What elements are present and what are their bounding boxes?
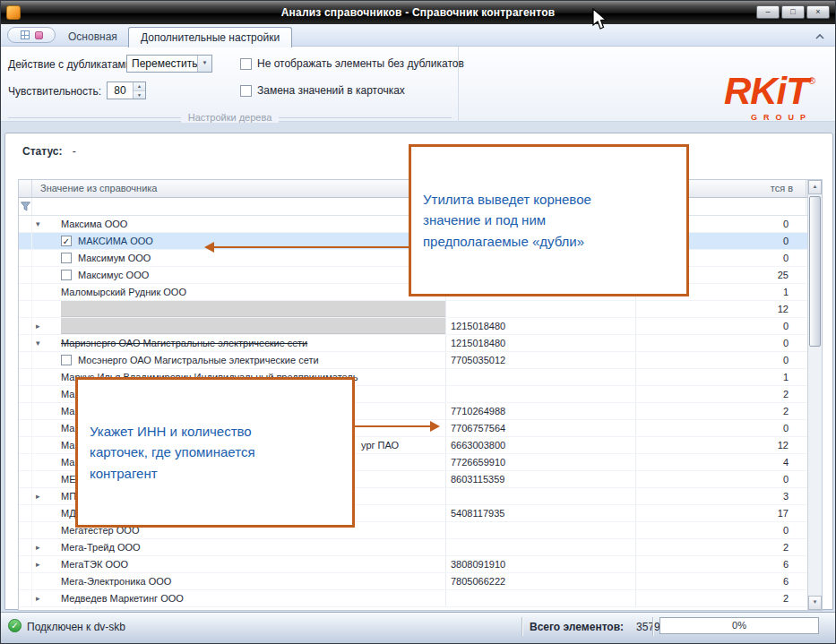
minimize-button[interactable]: – xyxy=(756,5,780,19)
row-indicator xyxy=(19,301,32,317)
row-name: Максимум ООО xyxy=(78,250,151,266)
status-bar: ✓ Подключен к dv-skb Всего элементов: 35… xyxy=(1,612,835,644)
table-row[interactable]: ▸Медведев Маркетинг ООО2 xyxy=(19,590,808,607)
filter-value-cell[interactable] xyxy=(32,198,446,215)
row-count: 0 xyxy=(636,522,795,538)
expander-collapsed-icon[interactable]: ▸ xyxy=(36,318,40,334)
filter-indicator-cell xyxy=(19,198,32,215)
row-inn: 6663003800 xyxy=(446,437,636,453)
row-count: 6 xyxy=(636,556,795,572)
tree-settings-group: Действие с дубликатами: Переместить ▼ Чу… xyxy=(1,47,459,122)
scroll-down-icon[interactable]: ▼ xyxy=(808,596,822,610)
row-count: 0 xyxy=(636,352,795,368)
row-name: Ма xyxy=(61,437,74,453)
quick-access-toolbar[interactable] xyxy=(7,27,56,43)
sensitivity-stepper[interactable]: 80 ▲ ▼ xyxy=(107,82,146,99)
row-inn: 3808091910 xyxy=(446,556,636,572)
row-name: МП xyxy=(61,488,76,504)
callout-arrow-line xyxy=(214,246,409,248)
expander-collapsed-icon[interactable]: ▸ xyxy=(36,488,40,504)
expander-collapsed-icon[interactable]: ▸ xyxy=(36,539,40,555)
scrollbar-thumb[interactable] xyxy=(809,196,821,347)
table-row[interactable]: ▸МегаТЭК ООО38080919106 xyxy=(19,556,808,573)
row-count: 1 xyxy=(636,369,795,385)
table-row[interactable]: Мосэнерго ОАО Магистральные электрически… xyxy=(19,352,808,369)
scroll-up-icon[interactable]: ▲ xyxy=(808,180,822,194)
row-name-cell[interactable]: Максимус ООО xyxy=(32,267,446,283)
checkbox-box[interactable] xyxy=(240,85,252,97)
expander-collapsed-icon[interactable]: ▸ xyxy=(36,590,40,606)
row-inn xyxy=(446,590,636,606)
collapse-ribbon-icon[interactable] xyxy=(813,30,827,42)
status-label: Статус: xyxy=(22,145,62,158)
row-count: 2 xyxy=(636,590,795,606)
stepper-buttons: ▲ ▼ xyxy=(133,82,145,99)
expander-expanded-icon[interactable]: ▾ xyxy=(36,216,40,232)
dropdown-arrow-icon[interactable]: ▼ xyxy=(197,56,211,72)
callout-inn-count: Укажет ИНН и количество карточек, где уп… xyxy=(75,377,355,528)
close-button[interactable]: × xyxy=(806,5,830,19)
arrow-right-icon xyxy=(430,421,440,432)
status-value: - xyxy=(73,145,76,158)
row-name: МегаТЭК ООО xyxy=(61,556,128,572)
row-name-cell[interactable]: ▸МегаТЭК ООО xyxy=(32,556,446,572)
row-count: 2 xyxy=(636,539,795,555)
sensitivity-value: 80 xyxy=(108,82,133,99)
tab-additional-settings[interactable]: Дополнительные настройки xyxy=(128,27,292,47)
gray-highlight xyxy=(61,301,445,317)
row-name-cell[interactable]: Мосэнерго ОАО Магистральные электрически… xyxy=(32,352,446,368)
gray-highlight xyxy=(61,318,445,334)
expander-collapsed-icon[interactable]: ▸ xyxy=(36,556,40,572)
row-name: Ма xyxy=(61,386,74,402)
row-count: 0 xyxy=(636,318,795,334)
row-indicator xyxy=(19,590,32,606)
row-checkbox[interactable] xyxy=(61,253,72,263)
duplicates-action-dropdown[interactable]: Переместить ▼ xyxy=(126,55,212,73)
row-indicator xyxy=(19,250,32,266)
row-name-cell[interactable]: Маломырский Рудник ООО xyxy=(32,284,446,300)
expander-expanded-icon[interactable]: ▾ xyxy=(36,335,40,351)
row-name-cell[interactable]: Мега-Электроника ООО xyxy=(32,573,446,589)
checkbox-box[interactable] xyxy=(240,58,252,70)
row-checkbox[interactable] xyxy=(61,355,72,365)
replace-values-checkbox[interactable]: Замена значений в карточках xyxy=(240,84,405,97)
row-inn: 7706757564 xyxy=(446,420,636,436)
tab-main[interactable]: Основная xyxy=(56,27,129,47)
stepper-up-icon[interactable]: ▲ xyxy=(134,82,145,91)
row-name: Мариэнерго ОАО Магистральные электрическ… xyxy=(61,335,307,351)
row-name-cell[interactable]: ▾Максима ООО xyxy=(32,216,446,232)
row-inn xyxy=(446,386,636,402)
total-elements-label: Всего элементов: xyxy=(530,621,624,633)
arrow-left-icon xyxy=(204,242,214,253)
header-value-column[interactable]: Значение из справочника xyxy=(32,180,446,197)
grid-view-icon xyxy=(21,30,30,39)
hide-no-duplicates-checkbox[interactable]: Не отображать элементы без дубликатов xyxy=(240,57,464,70)
stepper-down-icon[interactable]: ▼ xyxy=(134,91,145,99)
row-name-cell[interactable]: ▸Медведев Маркетинг ООО xyxy=(32,590,446,606)
row-indicator xyxy=(19,318,32,334)
status-line: Статус: - xyxy=(22,145,76,158)
row-count: 6 xyxy=(636,573,795,589)
row-count: 3 xyxy=(636,488,795,504)
vertical-scrollbar[interactable]: ▲ ▼ xyxy=(807,180,822,610)
row-name-cell[interactable] xyxy=(32,301,446,317)
row-name-cell[interactable]: ▸ xyxy=(32,318,446,334)
row-checkbox[interactable]: ✓ xyxy=(61,236,72,246)
table-row[interactable]: ▾Мариэнерго ОАО Магистральные электричес… xyxy=(19,335,808,352)
row-name-cell[interactable]: Максимум ООО xyxy=(32,250,446,266)
row-inn xyxy=(446,539,636,555)
maximize-button[interactable]: □ xyxy=(781,5,805,19)
table-row[interactable]: Мега-Электроника ООО78050662226 xyxy=(19,573,808,590)
row-indicator xyxy=(19,233,32,249)
logo-subtext: GROUP xyxy=(724,114,815,122)
progress-bar: 0% xyxy=(659,617,819,634)
row-checkbox[interactable] xyxy=(61,270,72,280)
row-count: 0 xyxy=(636,335,795,351)
table-row[interactable]: ▸12150184800 xyxy=(19,318,808,335)
app-window: Анализ справочников - Справочник контраг… xyxy=(0,0,836,644)
table-row[interactable]: 12 xyxy=(19,301,808,318)
table-row[interactable]: ▸Мега-Трейд ООО2 xyxy=(19,539,808,556)
row-indicator xyxy=(19,522,32,538)
row-name-cell[interactable]: ▾Мариэнерго ОАО Магистральные электричес… xyxy=(32,335,446,351)
row-name-cell[interactable]: ▸Мега-Трейд ООО xyxy=(32,539,446,555)
